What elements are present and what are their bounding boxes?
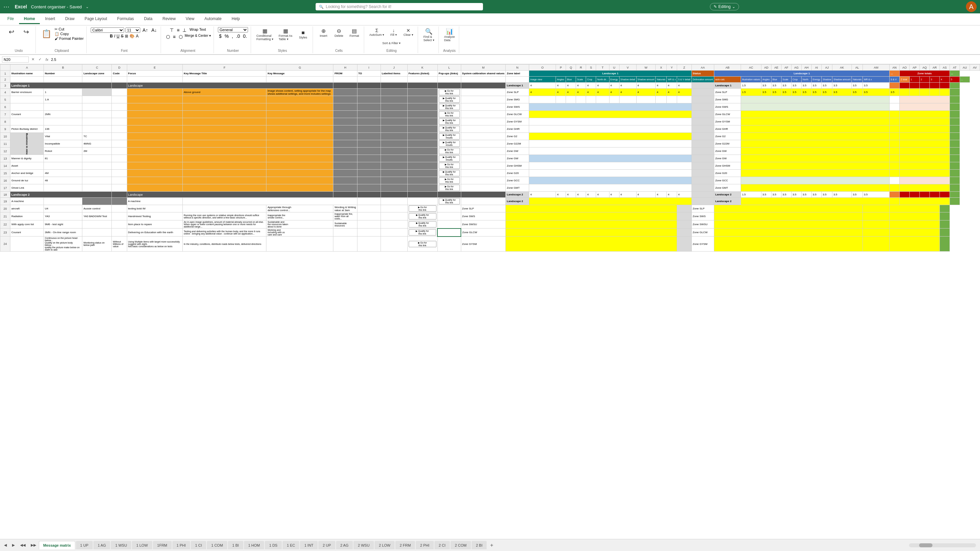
border-button[interactable]: ⊞ [125,34,128,38]
col-ag[interactable]: AG [791,65,801,71]
col-j[interactable]: J [380,65,407,71]
confirm-formula-icon[interactable]: ✓ [37,57,43,62]
sheet-tab-2com[interactable]: 2 COM [450,541,471,549]
col-c[interactable]: C [82,65,112,71]
number-format-select[interactable]: General [218,27,248,32]
decrease-font-icon[interactable]: A↓ [150,27,158,33]
percent-icon[interactable]: % [224,33,230,39]
styles-button[interactable]: ■Styles [296,29,310,40]
sheet-tab-1com[interactable]: 1 COM [207,541,227,549]
tab-automate[interactable]: Automate [200,14,226,24]
cut-button[interactable]: ✂ Cut [54,27,84,32]
sheet-tab-1int[interactable]: 1 INT [300,541,318,549]
insert-cells-button[interactable]: ⊕Insert [317,27,330,38]
col-e[interactable]: E [127,65,182,71]
decimal-increase-icon[interactable]: .0 [235,33,241,39]
align-top-icon[interactable]: ⊤ [169,27,175,33]
col-as[interactable]: AS [940,65,950,71]
col-g[interactable]: G [266,65,333,71]
col-v[interactable]: V [619,65,636,71]
tab-help[interactable]: Help [227,14,245,24]
col-a[interactable]: A [10,65,44,71]
conditional-formatting-button[interactable]: ▦ConditionalFormatting ▾ [255,27,275,41]
sheet-tab-2phi[interactable]: 2 PHI [416,541,434,549]
col-av[interactable]: AV [970,65,980,71]
redo-button[interactable]: ↪ [19,27,33,37]
scroll-bar-area[interactable] [909,543,976,547]
paste-button[interactable]: 📋 [40,29,53,39]
waffle-icon[interactable]: ⋯ [3,3,10,10]
col-l[interactable]: L [438,65,461,71]
user-avatar[interactable]: A [966,2,977,12]
add-sheet-button[interactable]: + [487,541,496,549]
col-h[interactable]: H [333,65,357,71]
wrap-text-button[interactable]: Wrap Text [188,27,207,33]
align-right-icon[interactable]: ⬡ [178,34,184,40]
col-aq[interactable]: AQ [920,65,929,71]
col-ai[interactable]: AI [811,65,821,71]
sheet-tab-2frm[interactable]: 2 FRM [395,541,415,549]
fill-button[interactable]: ↓Fill ▾ [387,27,400,37]
search-box[interactable]: 🔍 Looking for something? Search for it! [316,3,483,10]
format-cells-button[interactable]: ▤Format [348,27,361,38]
sheet-tab-1ec[interactable]: 1 EC [283,541,299,549]
sheet-tab-1up[interactable]: 1 UP [76,541,93,549]
increase-font-icon[interactable]: A↑ [142,27,149,33]
tab-draw[interactable]: Draw [60,14,80,24]
sheet-tab-2up[interactable]: 2 UP [318,541,335,549]
sheet-tab-1wsu[interactable]: 1 WSU [111,541,131,549]
spreadsheet[interactable]: A B C D E F G H I J K L M N O [0,64,980,539]
col-f[interactable]: F [182,65,266,71]
col-p[interactable]: P [556,65,566,71]
col-o[interactable]: O [529,65,556,71]
col-ae[interactable]: AE [771,65,781,71]
sheet-tab-1ci[interactable]: 1 CI [191,541,206,549]
sheet-tab-1frm[interactable]: 1FRM [153,541,172,549]
tab-review[interactable]: Review [158,14,180,24]
analyze-data-button[interactable]: 📊AnalyzeData [443,27,456,43]
sheet-tab-2ci[interactable]: 2 CI [434,541,450,549]
sheet-nav-next[interactable]: ▶ [10,541,18,549]
merge-center-button[interactable]: Merge & Center ▾ [185,34,211,40]
sheet-nav-first[interactable]: ◀◀ [18,541,28,549]
col-al[interactable]: AL [851,65,862,71]
sheet-tab-1ag[interactable]: 1 AG [93,541,110,549]
grid-container[interactable]: A B C D E F G H I J K L M N O [0,64,980,539]
cancel-formula-icon[interactable]: ✕ [30,57,36,62]
col-an[interactable]: AN [889,65,899,71]
sort-filter-button[interactable]: Sort & Filter ▾ [381,41,402,46]
format-painter-button[interactable]: 🖌 Format Painter [54,37,84,40]
format-as-table-button[interactable]: ▦Format AsTable ▾ [277,27,294,41]
sheet-nav-prev[interactable]: ◀ [2,541,10,549]
col-ak[interactable]: AK [832,65,852,71]
tab-file[interactable]: File [3,14,18,24]
col-m[interactable]: M [461,65,506,71]
underline-button[interactable]: U [116,34,119,38]
tab-view[interactable]: View [181,14,199,24]
col-af[interactable]: AF [781,65,791,71]
sheet-tab-1phi[interactable]: 1 PHI [172,541,191,549]
comma-icon[interactable]: , [231,33,234,39]
sheet-nav-last[interactable]: ▶▶ [28,541,39,549]
tab-home[interactable]: Home [19,14,40,24]
font-color-button[interactable]: A [136,34,138,38]
font-size-select[interactable]: 11 [126,27,140,33]
align-middle-icon[interactable]: ≡ [176,27,180,33]
delete-cells-button[interactable]: ⊖Delete [332,27,346,38]
col-aj[interactable]: AJ [821,65,832,71]
sheet-tab-1bi[interactable]: 1 BI [228,541,243,549]
italic-button[interactable]: I [114,34,115,38]
copy-button[interactable]: 📋 Copy [54,32,84,36]
sheet-tab-1low[interactable]: 1 LOW [132,541,152,549]
col-ap[interactable]: AP [909,65,920,71]
col-ar[interactable]: AR [929,65,940,71]
col-x[interactable]: X [655,65,667,71]
decimal-decrease-icon[interactable]: 0. [242,33,248,39]
autosum-button[interactable]: ΣAutoSum ▾ [368,27,386,37]
font-family-select[interactable]: Calibri [91,27,124,33]
editing-mode[interactable]: ✎ Editing ⌄ [710,3,739,10]
col-q[interactable]: Q [566,65,576,71]
sheet-tab-2ag[interactable]: 2 AG [336,541,353,549]
col-ah[interactable]: AH [801,65,811,71]
find-select-button[interactable]: 🔍Find &Select ▾ [422,27,436,43]
